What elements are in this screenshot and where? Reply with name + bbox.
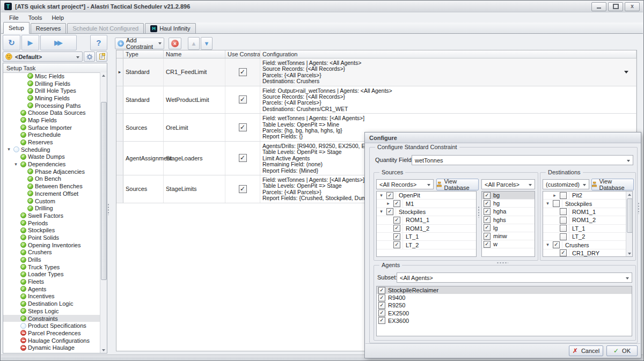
sidebar-item-processing-paths[interactable]: Processing Paths bbox=[3, 102, 100, 109]
close-button[interactable]: x bbox=[625, 2, 640, 11]
list-item-lg[interactable]: lg bbox=[482, 224, 535, 232]
sidebar-item-fleets[interactable]: Fleets bbox=[3, 278, 100, 285]
move-down-button[interactable]: ▼ bbox=[201, 37, 213, 50]
expander-icon[interactable]: ▾ bbox=[545, 201, 551, 206]
checkbox[interactable] bbox=[484, 208, 491, 215]
checkbox[interactable] bbox=[484, 233, 491, 240]
use-constraint-cell[interactable] bbox=[225, 86, 260, 114]
use-constraint-checkbox[interactable] bbox=[239, 185, 247, 193]
checkbox[interactable] bbox=[560, 217, 567, 224]
tree-item-rom1-2[interactable]: ROM1_2 bbox=[543, 216, 626, 224]
sidebar-item-crushers[interactable]: Crushers bbox=[3, 249, 100, 256]
scroll-up-icon[interactable] bbox=[626, 191, 632, 197]
run-button[interactable]: ▶ bbox=[21, 35, 39, 50]
checkbox[interactable] bbox=[378, 310, 385, 316]
checkbox[interactable] bbox=[386, 208, 393, 215]
tab-schedule-not-configured[interactable]: Schedule Not Configured bbox=[67, 23, 144, 33]
tree-item-crushers[interactable]: ▾Crushers bbox=[543, 241, 626, 249]
tree-item-lt-2[interactable]: LT_2 bbox=[543, 233, 626, 241]
list-item-r9250[interactable]: R9250 bbox=[377, 301, 632, 309]
tab-setup[interactable]: Setup bbox=[3, 22, 30, 34]
sidebar-item-on-bench[interactable]: On Bench bbox=[3, 175, 100, 183]
column-header-name[interactable]: Name bbox=[164, 50, 225, 58]
sidebar-item-product-specifications[interactable]: Product Specifications bbox=[3, 322, 100, 329]
tree-item-rom1-1[interactable]: ROM1_1 bbox=[543, 208, 626, 216]
sidebar-item-surface-importer[interactable]: Surface Importer bbox=[3, 124, 100, 131]
scroll-down-icon[interactable] bbox=[626, 251, 632, 256]
add-constraint-button[interactable]: + Add Constraint bbox=[115, 38, 164, 49]
use-constraint-checkbox[interactable] bbox=[239, 123, 247, 131]
sidebar-item-dependencies[interactable]: ▾Dependencies bbox=[3, 160, 100, 168]
sidebar-item-scheduling[interactable]: ▾Scheduling bbox=[3, 146, 100, 153]
parcels-filter-select[interactable]: <All Parcels> bbox=[481, 179, 535, 189]
checkbox[interactable] bbox=[386, 192, 393, 199]
tree-item-pit2[interactable]: ▸Pit2 bbox=[543, 191, 626, 200]
sidebar-splitter[interactable] bbox=[107, 203, 109, 215]
list-item-stockpilereclaimer[interactable]: StockpileReclaimer bbox=[377, 286, 632, 294]
tree-item-openpit[interactable]: ▾OpenPit bbox=[377, 191, 476, 200]
scroll-down-icon[interactable] bbox=[100, 347, 106, 353]
sidebar-item-point-solids[interactable]: Point Solids bbox=[3, 234, 100, 241]
sidebar-item-phase-adjacencies[interactable]: Phase Adjacencies bbox=[3, 168, 100, 175]
list-item-hg[interactable]: hg bbox=[482, 200, 535, 208]
checkbox[interactable] bbox=[378, 317, 385, 324]
use-constraint-checkbox[interactable] bbox=[239, 154, 247, 162]
tree-item-lt-1[interactable]: LT_1 bbox=[543, 225, 626, 233]
sidebar-item-drill-hole-types[interactable]: Drill Hole Types bbox=[3, 87, 100, 94]
sidebar-item-mining-fields[interactable]: Mining Fields bbox=[3, 94, 100, 102]
agent-subset-select[interactable]: <All Agents> bbox=[397, 272, 632, 283]
editor-dropdown-icon[interactable] bbox=[624, 71, 628, 73]
delete-constraint-button[interactable]: × bbox=[169, 38, 181, 49]
checkbox[interactable] bbox=[560, 249, 567, 256]
use-constraint-checkbox[interactable] bbox=[239, 95, 247, 104]
sidebar-item-periods[interactable]: Periods bbox=[3, 219, 100, 227]
checkbox[interactable] bbox=[560, 192, 567, 199]
sidebar-item-dynamic-haulage[interactable]: Dynamic Haulage bbox=[3, 344, 100, 351]
list-item-hghs[interactable]: hghs bbox=[482, 216, 535, 224]
column-header-type[interactable]: Type bbox=[123, 50, 164, 58]
maximize-button[interactable] bbox=[608, 2, 623, 11]
refresh-button[interactable]: ↻ bbox=[3, 35, 20, 50]
expander-icon[interactable]: ▾ bbox=[378, 193, 384, 198]
tree-item-cr1-dry[interactable]: CR1_DRY bbox=[543, 249, 626, 256]
dialog-title-bar[interactable]: Configure bbox=[365, 132, 641, 143]
tree-item-lt-1[interactable]: LT_1 bbox=[377, 233, 476, 241]
use-constraint-cell[interactable] bbox=[225, 114, 260, 141]
column-header-configuration[interactable]: Configuration bbox=[260, 50, 636, 58]
tree-item-rom1-1[interactable]: ROM1_1 bbox=[377, 216, 476, 224]
move-up-button[interactable]: ▲ bbox=[188, 37, 200, 50]
checkbox[interactable] bbox=[378, 302, 385, 309]
sidebar-item-drilling[interactable]: Drilling bbox=[3, 204, 100, 212]
settings-button[interactable] bbox=[84, 51, 95, 62]
checkbox[interactable] bbox=[560, 225, 567, 232]
groups-horizontal-splitter[interactable] bbox=[496, 262, 508, 264]
sidebar-item-steps-logic[interactable]: Steps Logic bbox=[3, 307, 100, 315]
sidebar-item-preschedule[interactable]: Preschedule bbox=[3, 131, 100, 139]
expander-icon[interactable]: ▾ bbox=[378, 209, 384, 214]
scroll-up-icon[interactable] bbox=[100, 72, 106, 78]
tree-item-m1[interactable]: ▸M1 bbox=[377, 200, 476, 208]
scrollbar-thumb[interactable] bbox=[627, 198, 633, 233]
checkbox[interactable] bbox=[553, 200, 560, 207]
sidebar-item-increment-offset[interactable]: Increment Offset bbox=[3, 190, 100, 197]
sidebar-item-swell-factors[interactable]: Swell Factors bbox=[3, 212, 100, 219]
use-constraint-cell[interactable] bbox=[225, 175, 260, 203]
scrollbar-thumb[interactable] bbox=[101, 102, 107, 280]
sidebar-item-between-benches[interactable]: Between Benches bbox=[3, 182, 100, 190]
tab-haul-infinity[interactable]: HHaul Infinity bbox=[145, 23, 195, 33]
checkbox[interactable] bbox=[560, 233, 567, 240]
checkbox[interactable] bbox=[393, 241, 400, 248]
checkbox[interactable] bbox=[393, 200, 400, 207]
sidebar-item-drills[interactable]: Drills bbox=[3, 256, 100, 263]
tab-reserves[interactable]: Reserves bbox=[31, 23, 66, 33]
sidebar-item-haulage-configurations[interactable]: Haulage Configurations bbox=[3, 337, 100, 344]
column-header-use-constraint[interactable]: Use Constraint bbox=[225, 50, 260, 58]
profile-select[interactable]: <Default> bbox=[3, 51, 83, 62]
sidebar-item-parcel-precedences[interactable]: Parcel Precedences bbox=[3, 329, 100, 337]
checkbox[interactable] bbox=[484, 241, 491, 248]
checkbox[interactable] bbox=[393, 233, 400, 240]
menu-tools[interactable]: Tools bbox=[24, 13, 47, 22]
list-item-ex3600[interactable]: EX3600 bbox=[377, 317, 632, 325]
sidebar-item-waste-dumps[interactable]: Waste Dumps bbox=[3, 153, 100, 161]
sidebar-item-choose-data-sources[interactable]: Choose Data Sources bbox=[3, 109, 100, 116]
